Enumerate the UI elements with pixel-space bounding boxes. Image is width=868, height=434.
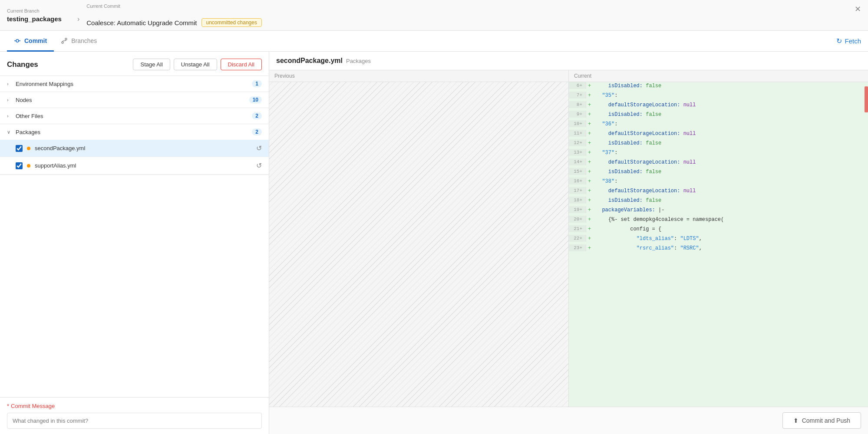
commit-section: Current Commit Coalesce: Automatic Upgra… [86,3,262,27]
diff-line: 16+ + "38": [569,178,868,187]
group-nodes-header[interactable]: › Nodes 10 [0,92,269,108]
commit-message-input[interactable] [7,413,262,429]
close-button[interactable]: ✕ [855,5,861,13]
diff-current-pane: Current 6+ + isDisabled: false 7+ + [569,70,868,407]
file-name-second-package: secondPackage.yml [35,145,252,151]
diff-line: 22+ + "ldts_alias": "LDTS", [569,235,868,244]
commit-label: Current Commit [86,3,262,9]
diff-content: Previous Current 6+ + isDisabled: false [269,70,868,407]
svg-point-4 [65,38,67,40]
group-nodes-name: Nodes [16,97,246,103]
diff-line: 18+ + isDisabled: false [569,197,868,206]
diff-line: 19+ + packageVariables: |- [569,206,868,216]
file-checkbox-support-alias[interactable] [16,162,23,169]
diff-current-label: Current [569,70,868,82]
diff-path: Packages [346,58,371,64]
left-panel: Changes Stage All Unstage All Discard Al… [0,52,269,434]
branches-tab-label: Branches [71,37,97,44]
diff-line: 9+ + isDisabled: false [569,111,868,120]
app-container: Current Branch testing_packages › Curren… [0,0,868,434]
right-panel: secondPackage.yml Packages Previous Curr… [269,52,868,434]
diff-previous-pane: Previous [269,70,569,407]
file-item-second-package[interactable]: secondPackage.yml ↺ [0,140,269,157]
changes-title: Changes [7,60,38,69]
tabs-left: Commit Branches [7,31,104,51]
uncommitted-badge: uncommitted changes [201,18,262,27]
branch-section: Current Branch testing_packages [7,8,62,23]
changes-list: › Environment Mappings 1 › Nodes 10 [0,76,269,397]
tabs-bar: Commit Branches ↻ Fetch [0,31,868,52]
modified-dot-icon [27,164,30,168]
commit-push-label: Commit and Push [802,417,850,424]
group-other-files-name: Other Files [16,113,248,119]
branch-label: Current Branch [7,8,62,13]
diff-line: 11+ + defaultStorageLocation: null [569,130,868,139]
group-other-files: › Other Files 2 [0,108,269,124]
diff-lines: 6+ + isDisabled: false 7+ + "35": 8+ [569,82,868,254]
fetch-label: Fetch [845,37,861,45]
diff-line: 15+ + isDisabled: false [569,168,868,178]
stage-all-button[interactable]: Stage All [133,59,170,70]
commit-tab-icon [14,37,21,44]
diff-line: 21+ + config = { [569,225,868,235]
group-nodes-count: 10 [249,96,262,103]
unstage-all-button[interactable]: Unstage All [174,59,217,70]
diff-line: 12+ + isDisabled: false [569,139,868,149]
chevron-right-icon: › [7,81,12,86]
group-packages-name: Packages [16,129,248,135]
fetch-icon: ↻ [836,37,842,45]
svg-point-0 [16,39,19,42]
branch-arrow-icon: › [77,15,79,23]
group-other-files-count: 2 [252,112,262,119]
diff-filename: secondPackage.yml [276,57,343,65]
group-nodes: › Nodes 10 [0,92,269,108]
main-content: Changes Stage All Unstage All Discard Al… [0,52,868,434]
file-name-support-alias: supportAlias.yml [35,162,252,169]
diff-line: 13+ + "37": [569,149,868,158]
commit-message-section: *Commit Message [0,397,269,434]
group-env-count: 1 [252,80,262,87]
commit-tab-label: Commit [24,37,47,44]
tab-commit[interactable]: Commit [7,31,54,52]
scroll-indicator [865,86,868,112]
diff-line: 10+ + "36": [569,120,868,130]
diff-line: 14+ + defaultStorageLocation: null [569,158,868,168]
group-packages-header[interactable]: ∨ Packages 2 [0,124,269,140]
fetch-button[interactable]: ↻ Fetch [836,37,861,45]
diff-line: 23+ + "rsrc_alias": "RSRC", [569,244,868,254]
commit-and-push-button[interactable]: ⬆ Commit and Push [782,412,861,429]
diff-previous-content [269,82,568,407]
diff-line: 8+ + defaultStorageLocation: null [569,101,868,111]
upload-icon: ⬆ [793,417,799,424]
bottom-bar: ⬆ Commit and Push [269,407,868,434]
branches-tab-icon [61,37,68,44]
chevron-right-icon: › [7,113,12,118]
diff-header: secondPackage.yml Packages [269,52,868,70]
group-environment-mappings: › Environment Mappings 1 [0,76,269,92]
tab-branches[interactable]: Branches [54,31,104,52]
diff-line: 20+ + {%- set demopkg4coalesce = namespa… [569,216,868,225]
discard-all-button[interactable]: Discard All [221,59,262,70]
commit-message-label: *Commit Message [7,403,262,409]
revert-icon-second-package[interactable]: ↺ [256,144,262,152]
commit-name: Coalesce: Automatic Upgrade Commit uncom… [86,18,262,27]
diff-previous-label: Previous [269,70,568,82]
svg-point-3 [62,42,63,43]
diff-line: 7+ + "35": [569,92,868,101]
file-checkbox-second-package[interactable] [16,145,23,152]
group-other-files-header[interactable]: › Other Files 2 [0,108,269,124]
chevron-down-icon: ∨ [7,129,12,135]
branch-name: testing_packages [7,15,62,23]
file-item-support-alias[interactable]: supportAlias.yml ↺ [0,157,269,174]
modified-dot-icon [27,147,30,150]
group-packages: ∨ Packages 2 secondPackage.yml ↺ [0,124,269,175]
group-environment-mappings-header[interactable]: › Environment Mappings 1 [0,76,269,92]
revert-icon-support-alias[interactable]: ↺ [256,161,262,170]
changes-actions: Stage All Unstage All Discard All [133,59,262,70]
group-packages-count: 2 [252,128,262,135]
diff-current-content[interactable]: 6+ + isDisabled: false 7+ + "35": 8+ [569,82,868,407]
group-env-name: Environment Mappings [16,81,248,87]
diff-line: 17+ + defaultStorageLocation: null [569,187,868,197]
chevron-right-icon: › [7,97,12,102]
diff-line: 6+ + isDisabled: false [569,82,868,92]
